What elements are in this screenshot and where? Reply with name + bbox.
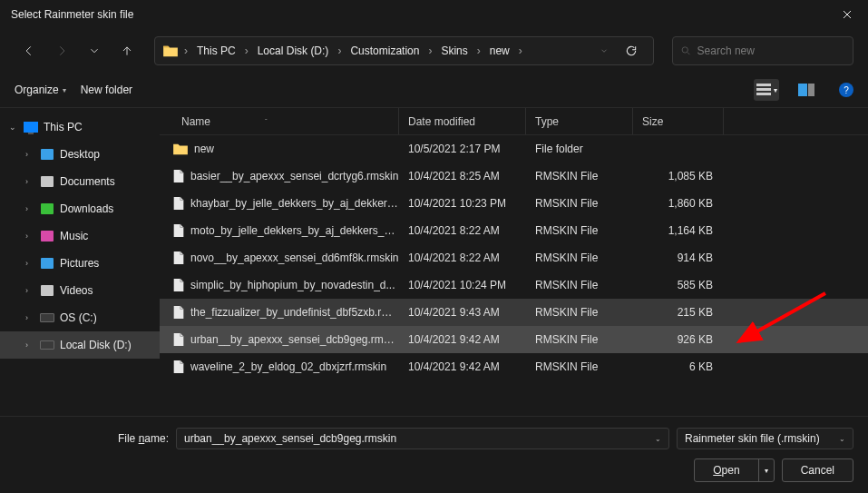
filename-history-button[interactable]: ⌄ (655, 435, 661, 443)
help-button[interactable]: ? (839, 83, 853, 97)
nav-item-videos[interactable]: ›Videos (0, 277, 160, 304)
file-date-cell: 10/4/2021 9:42 AM (399, 360, 526, 373)
drive-icon (40, 311, 54, 325)
folder-row[interactable]: new10/5/2021 2:17 PMFile folder (160, 135, 868, 163)
preview-pane-button[interactable] (794, 79, 819, 101)
breadcrumb-item[interactable]: Skins (437, 43, 471, 59)
file-type-cell: RMSKIN File (526, 197, 633, 210)
file-name-cell: moto_by_jelle_dekkers_by_aj_dekkers_de..… (172, 223, 399, 238)
search-box[interactable] (672, 36, 853, 65)
back-button[interactable] (15, 36, 44, 65)
breadcrumb-item[interactable]: Customization (346, 43, 423, 59)
arrow-up-icon (121, 44, 133, 57)
nav-item-label: Videos (60, 284, 93, 297)
forward-button[interactable] (47, 36, 76, 65)
folder-icon (162, 44, 179, 57)
file-icon (172, 305, 185, 320)
column-header-date[interactable]: Date modified (399, 108, 526, 134)
nav-item-desktop[interactable]: ›Desktop (0, 141, 160, 168)
file-date-cell: 10/4/2021 8:22 AM (399, 251, 526, 264)
file-row[interactable]: khaybar_by_jelle_dekkers_by_aj_dekkers_.… (160, 190, 868, 217)
file-row[interactable]: the_fizzualizer_by_undefinist_dbf5zxb.rm… (160, 299, 868, 326)
nav-item-os-c-[interactable]: ›OS (C:) (0, 304, 160, 331)
nav-item-local-disk-d-[interactable]: ›Local Disk (D:) (0, 331, 160, 359)
column-header-name[interactable]: Nameˆ (172, 108, 399, 134)
file-size-cell: 1,860 KB (633, 197, 724, 210)
open-button[interactable]: Open ▾ (694, 458, 774, 482)
file-row[interactable]: novo__by_apexxx_sensei_dd6mf8k.rmskin10/… (160, 244, 868, 271)
expand-chevron-icon: › (25, 232, 34, 241)
address-history-button[interactable] (595, 46, 613, 55)
file-type-cell: RMSKIN File (526, 333, 633, 346)
organize-button[interactable]: Organize▾ (15, 84, 66, 96)
new-folder-button[interactable]: New folder (81, 84, 132, 96)
chevron-right-icon: › (336, 44, 343, 57)
file-date-cell: 10/4/2021 8:25 AM (399, 170, 526, 182)
filename-input[interactable] (184, 432, 655, 445)
file-row[interactable]: urban__by_apexxx_sensei_dcb9geg.rmskin10… (160, 326, 868, 353)
svg-rect-2 (756, 88, 771, 91)
nav-item-music[interactable]: ›Music (0, 222, 160, 250)
file-name-cell: simplic_by_hiphopium_by_novadestin_d... (172, 278, 399, 292)
nav-item-label: Downloads (60, 202, 113, 215)
file-row[interactable]: moto_by_jelle_dekkers_by_aj_dekkers_de..… (160, 217, 868, 244)
file-row[interactable]: simplic_by_hiphopium_by_novadestin_d...1… (160, 271, 868, 299)
breadcrumb-item[interactable]: new (486, 43, 513, 59)
nav-item-this-pc[interactable]: ⌄This PC (0, 113, 160, 141)
breadcrumb-item[interactable]: Local Disk (D:) (254, 43, 333, 59)
nav-item-label: Desktop (60, 148, 100, 161)
column-header-size[interactable]: Size (633, 108, 724, 134)
file-type-cell: File folder (526, 143, 633, 155)
file-type-cell: RMSKIN File (526, 360, 633, 373)
expand-chevron-icon: ⌄ (9, 123, 18, 132)
file-date-cell: 10/4/2021 10:23 PM (399, 197, 526, 210)
nav-item-documents[interactable]: ›Documents (0, 168, 160, 195)
file-row[interactable]: basier__by_apexxx_sensei_dcrtyg6.rmskin1… (160, 163, 868, 190)
expand-chevron-icon: › (25, 259, 34, 268)
close-button[interactable] (826, 0, 868, 29)
file-type-cell: RMSKIN File (526, 306, 633, 319)
up-button[interactable] (112, 36, 141, 65)
file-type-cell: RMSKIN File (526, 170, 633, 182)
chevron-right-icon: › (182, 44, 190, 57)
view-details-button[interactable]: ▾ (754, 79, 779, 101)
expand-chevron-icon: › (25, 177, 34, 186)
file-size-cell: 585 KB (633, 279, 724, 291)
nav-item-pictures[interactable]: ›Pictures (0, 250, 160, 277)
nav-item-downloads[interactable]: ›Downloads (0, 195, 160, 222)
column-headers: Nameˆ Date modified Type Size (160, 108, 868, 135)
breadcrumb-item[interactable]: This PC (193, 43, 239, 59)
recent-button[interactable] (80, 36, 109, 65)
file-type-cell: RMSKIN File (526, 224, 633, 237)
open-dropdown-button[interactable]: ▾ (759, 467, 774, 475)
toolbar: Organize▾ New folder ▾ ? (0, 73, 868, 107)
file-icon (172, 360, 185, 374)
filename-field[interactable]: ⌄ (176, 428, 669, 449)
address-bar[interactable]: › This PC › Local Disk (D:) › Customizat… (154, 36, 654, 65)
file-type-cell: RMSKIN File (526, 251, 633, 264)
svg-rect-5 (808, 84, 814, 96)
arrow-right-icon (55, 44, 68, 57)
svg-point-0 (682, 47, 688, 53)
svg-rect-3 (756, 93, 771, 95)
drive-icon (40, 338, 54, 352)
file-name-cell: waveline_2_by_eldog_02_dbxjzrf.rmskin (172, 360, 399, 374)
file-icon (172, 169, 185, 183)
search-input[interactable] (697, 44, 845, 57)
file-type-filter[interactable]: Rainmeter skin file (.rmskin) ⌄ (677, 428, 853, 449)
nav-item-label: This PC (44, 121, 83, 133)
music-icon (40, 229, 54, 243)
file-name-cell: khaybar_by_jelle_dekkers_by_aj_dekkers_.… (172, 196, 399, 211)
file-date-cell: 10/4/2021 8:22 AM (399, 224, 526, 237)
file-row[interactable]: waveline_2_by_eldog_02_dbxjzrf.rmskin10/… (160, 353, 868, 380)
file-name-cell: the_fizzualizer_by_undefinist_dbf5zxb.rm… (172, 305, 399, 320)
preview-pane-icon (798, 84, 814, 96)
file-date-cell: 10/4/2021 10:24 PM (399, 279, 526, 291)
documents-icon (40, 174, 54, 189)
cancel-button[interactable]: Cancel (782, 458, 853, 482)
pictures-icon (40, 256, 54, 271)
column-header-type[interactable]: Type (526, 108, 633, 134)
file-icon (172, 251, 185, 265)
refresh-button[interactable] (617, 44, 646, 57)
file-name-cell: urban__by_apexxx_sensei_dcb9geg.rmskin (172, 332, 399, 347)
